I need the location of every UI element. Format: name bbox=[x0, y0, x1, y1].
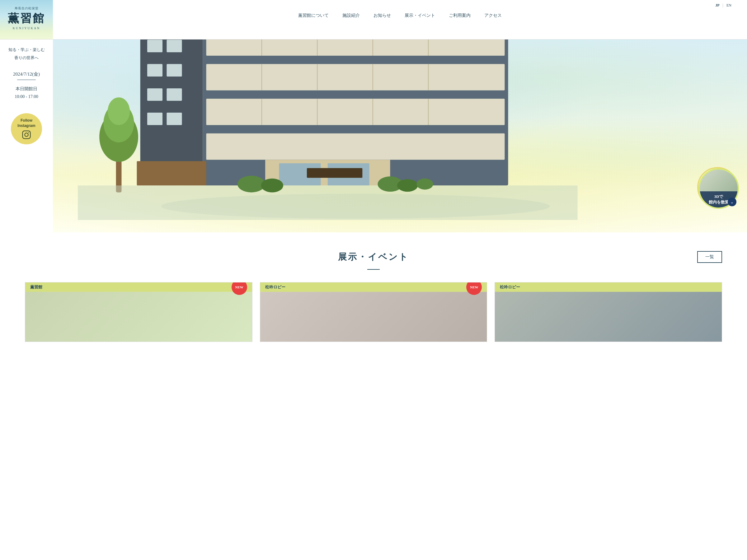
event-image-2 bbox=[260, 292, 487, 342]
svg-rect-44 bbox=[147, 88, 162, 101]
svg-point-52 bbox=[108, 97, 130, 125]
event-image-3 bbox=[495, 292, 722, 342]
instagram-icon bbox=[22, 130, 31, 139]
main-visual: 知る・学ぶ・楽しむ 香りの世界へ 2024/7/12(金) 本日開館日 10:0… bbox=[0, 39, 747, 232]
svg-rect-13 bbox=[206, 39, 505, 55]
event-tag-1: 薫習館 bbox=[25, 283, 252, 292]
event-tag-3: 松吟ロビー bbox=[495, 283, 722, 292]
events-section-title: 展示・イベント bbox=[338, 251, 409, 263]
nav-item-facilities[interactable]: 施設紹介 bbox=[342, 13, 360, 18]
svg-rect-43 bbox=[166, 64, 182, 76]
svg-rect-15 bbox=[206, 99, 505, 125]
svg-rect-40 bbox=[147, 39, 162, 52]
hero-bg: ライブカメラ ＼ 配信中 ／ bbox=[53, 39, 747, 232]
svg-point-1 bbox=[25, 133, 28, 137]
lang-divider: | bbox=[723, 3, 723, 8]
logo-roman: KUNJYUKAN bbox=[13, 26, 41, 30]
nav-item-news[interactable]: お知らせ bbox=[374, 13, 391, 18]
lang-switcher: JP | EN bbox=[53, 0, 747, 10]
events-divider bbox=[367, 269, 380, 270]
instagram-button[interactable]: Follow Instagram bbox=[11, 113, 42, 144]
events-grid: 薫習館 NEW 松吟ロビー NEW 松吟ロビー bbox=[25, 282, 722, 342]
svg-point-55 bbox=[261, 178, 283, 192]
tour-3d-label-line2: 館内を散策 bbox=[709, 200, 729, 205]
svg-rect-32 bbox=[307, 168, 362, 178]
event-card-3: 松吟ロビー bbox=[495, 282, 722, 342]
events-section: 展示・イベント 一覧 薫習館 NEW 松吟ロビー NEW 松吟ロビー bbox=[0, 232, 747, 354]
main-nav: 薫習館について 施設紹介 お知らせ 展示・イベント ご利用案内 アクセス bbox=[53, 10, 747, 23]
nav-item-usage[interactable]: ご利用案内 bbox=[449, 13, 471, 18]
logo-subtitle: 寿長生の松栄堂 bbox=[15, 6, 38, 10]
event-tag-2: 松吟ロビー bbox=[260, 283, 487, 292]
nav-item-events[interactable]: 展示・イベント bbox=[405, 13, 435, 18]
nav-item-about[interactable]: 薫習館について bbox=[298, 13, 329, 18]
building-illustration bbox=[78, 39, 578, 220]
svg-point-54 bbox=[237, 176, 265, 192]
svg-rect-45 bbox=[166, 88, 182, 101]
svg-rect-14 bbox=[206, 64, 505, 90]
events-list-button[interactable]: 一覧 bbox=[697, 251, 722, 263]
event-image-1 bbox=[25, 292, 252, 342]
svg-rect-0 bbox=[23, 131, 30, 139]
event-card-1: 薫習館 NEW bbox=[25, 282, 252, 342]
tagline: 知る・学ぶ・楽しむ 香りの世界へ bbox=[8, 46, 45, 62]
tour-chevron-icon: ⌄ bbox=[728, 197, 737, 206]
left-panel: 知る・学ぶ・楽しむ 香りの世界へ 2024/7/12(金) 本日開館日 10:0… bbox=[0, 39, 53, 232]
svg-rect-47 bbox=[166, 113, 182, 125]
svg-rect-53 bbox=[78, 185, 578, 220]
header: 寿長生の松栄堂 薫習館 KUNJYUKAN JP | EN 薫習館について 施設… bbox=[0, 0, 747, 39]
svg-rect-42 bbox=[147, 64, 162, 76]
open-info: 本日開館日 10:00 - 17:00 bbox=[15, 85, 38, 101]
events-header: 展示・イベント 一覧 bbox=[25, 251, 722, 263]
logo-main: 薫習館 bbox=[8, 12, 45, 25]
svg-rect-41 bbox=[166, 39, 182, 52]
svg-point-58 bbox=[416, 178, 433, 189]
lang-en[interactable]: EN bbox=[726, 3, 731, 8]
svg-point-2 bbox=[28, 132, 29, 133]
tour-3d-button[interactable]: 3Dで 館内を散策 ⌄ bbox=[697, 167, 738, 208]
date-divider bbox=[17, 80, 36, 80]
date-display: 2024/7/12(金) bbox=[13, 71, 40, 77]
svg-rect-48 bbox=[137, 161, 206, 185]
svg-rect-46 bbox=[147, 113, 162, 125]
nav-item-access[interactable]: アクセス bbox=[484, 13, 502, 18]
header-right: JP | EN 薫習館について 施設紹介 お知らせ 展示・イベント ご利用案内 … bbox=[53, 0, 747, 39]
lang-jp[interactable]: JP bbox=[715, 3, 719, 8]
event-card-2: 松吟ロビー NEW bbox=[260, 282, 487, 342]
tour-3d-label-line1: 3Dで bbox=[714, 194, 723, 199]
logo-area: 寿長生の松栄堂 薫習館 KUNJYUKAN bbox=[0, 0, 53, 39]
svg-point-57 bbox=[397, 179, 418, 192]
svg-rect-16 bbox=[206, 133, 505, 160]
